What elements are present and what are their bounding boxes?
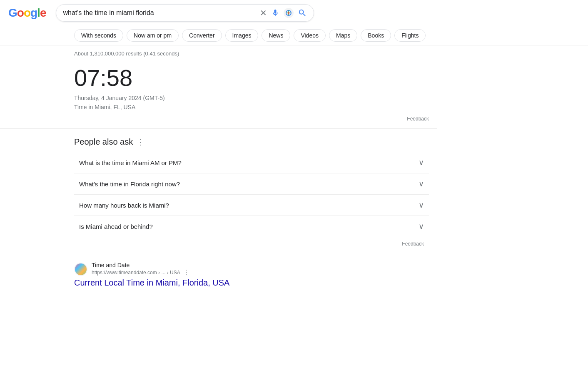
paa-header: People also ask ⋮ [74, 137, 429, 147]
paa-item-4[interactable]: Is Miami ahead or behind? ∨ [74, 216, 429, 237]
search-icons: ✕ [260, 8, 307, 18]
chip-flights[interactable]: Flights [394, 29, 426, 42]
time-widget-feedback-row: Feedback [74, 112, 429, 125]
logo-e: e [40, 6, 46, 20]
search-icon [298, 8, 307, 18]
chevron-down-icon-4: ∨ [419, 222, 424, 231]
time-widget-feedback-link[interactable]: Feedback [407, 116, 429, 122]
chevron-down-icon-2: ∨ [419, 179, 424, 188]
date-line2: Time in Miami, FL, USA [74, 103, 429, 112]
filter-bar: With seconds Now am or pm Converter Imag… [0, 26, 588, 45]
lens-button[interactable] [284, 8, 294, 18]
logo-g: G [8, 6, 17, 20]
results-info: About 1,310,000,000 results (0.41 second… [0, 45, 588, 58]
paa-question-1: What is the time in Miami AM or PM? [79, 159, 182, 166]
paa-item-3[interactable]: How many hours back is Miami? ∨ [74, 194, 429, 216]
chip-converter[interactable]: Converter [182, 29, 222, 42]
clear-button[interactable]: ✕ [260, 8, 267, 18]
logo-l: l [37, 6, 40, 20]
search-button[interactable] [298, 8, 307, 18]
search-bar: ✕ [56, 4, 314, 22]
svg-point-1 [288, 12, 289, 14]
site-favicon [74, 263, 87, 276]
mic-icon [271, 9, 279, 17]
chip-news[interactable]: News [262, 29, 290, 42]
time-widget: 07:58 Thursday, 4 January 2024 (GMT-5) T… [0, 58, 437, 129]
paa-question-4: Is Miami ahead or behind? [79, 223, 153, 230]
chip-maps[interactable]: Maps [329, 29, 357, 42]
chevron-down-icon-1: ∨ [419, 158, 424, 167]
site-url-row: https://www.timeanddate.com › ... › USA … [92, 268, 189, 276]
header: Google ✕ [0, 0, 588, 26]
lens-icon [284, 8, 294, 18]
search-result-1: Time and Date https://www.timeanddate.co… [0, 253, 333, 291]
chevron-down-icon-3: ∨ [419, 201, 424, 210]
logo-o2: o [24, 6, 30, 20]
clear-icon: ✕ [260, 8, 267, 18]
chip-now-am-pm[interactable]: Now am or pm [127, 29, 179, 42]
logo-o1: o [17, 6, 24, 20]
result-title[interactable]: Current Local Time in Miami, Florida, US… [74, 278, 325, 288]
paa-item-2[interactable]: What's the time in Florida right now? ∨ [74, 173, 429, 194]
paa-question-2: What's the time in Florida right now? [79, 180, 180, 188]
favicon-image [75, 263, 87, 275]
chip-with-seconds[interactable]: With seconds [74, 29, 123, 42]
paa-title: People also ask [74, 137, 133, 147]
chip-images[interactable]: Images [225, 29, 259, 42]
result-source: Time and Date https://www.timeanddate.co… [74, 262, 325, 276]
paa-feedback-row: Feedback [74, 237, 429, 250]
site-url: https://www.timeanddate.com › ... › USA [92, 270, 180, 276]
microphone-button[interactable] [271, 9, 279, 17]
date-line1: Thursday, 4 January 2024 (GMT-5) [74, 93, 429, 103]
time-date: Thursday, 4 January 2024 (GMT-5) Time in… [74, 93, 429, 112]
paa-question-3: How many hours back is Miami? [79, 202, 169, 209]
paa-feedback-link[interactable]: Feedback [402, 241, 424, 247]
site-name-url: Time and Date https://www.timeanddate.co… [92, 262, 189, 276]
google-logo: Google [8, 6, 46, 20]
search-input[interactable] [63, 9, 256, 17]
paa-options-icon[interactable]: ⋮ [137, 138, 145, 147]
logo-g2: g [30, 6, 37, 20]
site-name: Time and Date [92, 262, 189, 268]
time-display: 07:58 [74, 65, 429, 91]
paa-item-1[interactable]: What is the time in Miami AM or PM? ∨ [74, 152, 429, 173]
chip-books[interactable]: Books [361, 29, 391, 42]
result-options-icon[interactable]: ⋮ [183, 268, 189, 276]
chip-videos[interactable]: Videos [294, 29, 326, 42]
people-also-ask-section: People also ask ⋮ What is the time in Mi… [0, 129, 437, 253]
